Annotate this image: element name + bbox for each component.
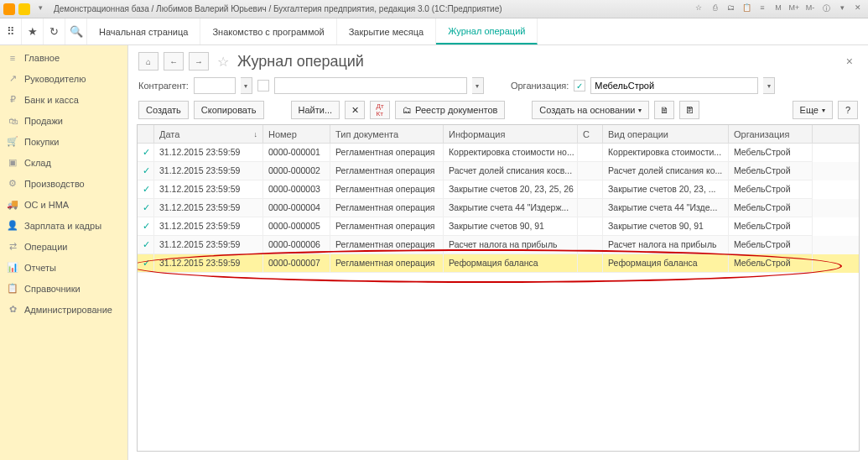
col-info[interactable]: Информация [444,125,578,143]
cancel-find-button[interactable]: ✕ [345,101,365,119]
sidebar-label: ОС и НМА [24,200,69,210]
col-c[interactable]: С [578,125,603,143]
page-title: Журнал операций [237,53,364,71]
cell-c [578,144,603,162]
col-date[interactable]: Дата↓ [154,125,263,143]
find-button[interactable]: Найти... [291,101,340,119]
create-basis-button[interactable]: Создать на основании▾ [532,101,649,119]
doc-button[interactable]: 🖹 [679,101,699,119]
col-optype[interactable]: Вид операции [603,125,729,143]
table-row[interactable]: ✓31.12.2015 23:59:590000-000005Регламент… [138,217,859,236]
star-icon[interactable]: ★ [22,18,44,44]
table-row[interactable]: ✓31.12.2015 23:59:590000-000002Регламент… [138,162,859,180]
cell-optype: Корректировка стоимости... [603,144,729,162]
favorite-icon[interactable]: ☆ [214,54,232,70]
forward-button[interactable]: → [189,52,209,71]
cell-number: 0000-000002 [263,162,330,180]
tb-btn[interactable]: 🗂 [724,3,737,15]
table-row[interactable]: ✓31.12.2015 23:59:590000-000001Регламент… [138,144,859,162]
help-button[interactable]: ? [838,101,858,119]
col-check[interactable] [138,125,154,143]
sidebar-item-12[interactable]: ✿Администрирование [0,299,127,320]
sidebar-item-5[interactable]: ▣Склад [0,152,127,173]
apps-icon[interactable]: ⠿ [0,18,22,44]
table-row[interactable]: ✓31.12.2015 23:59:590000-000007Регламент… [138,254,859,273]
sidebar-item-7[interactable]: 🚚ОС и НМА [0,194,127,215]
cell-optype: Закрытие счетов 90, 91 [603,217,729,236]
main-area: ⌂ ← → ☆ Журнал операций × Контрагент: ▾ … [127,45,868,460]
tb-btn[interactable]: ≡ [756,3,769,15]
info-icon[interactable]: ⓘ [819,3,833,15]
cell-c [578,162,603,180]
cell-c [578,254,603,273]
tb-btn[interactable]: ⎙ [708,3,721,15]
cell-doctype: Регламентная операция [330,199,444,217]
tab-start[interactable]: Начальная страница [87,18,200,44]
cell-optype: Расчет налога на прибыль [603,236,729,254]
ribbon: ⠿ ★ ↻ 🔍 Начальная страница Знакомство с … [0,18,868,45]
tab-intro[interactable]: Знакомство с программой [200,18,336,44]
sidebar-item-4[interactable]: 🛒Покупки [0,131,127,152]
col-org[interactable]: Организация [729,125,813,143]
mem-m[interactable]: M [772,3,785,15]
kontragent-checkbox[interactable] [257,80,269,91]
dropdown-icon[interactable]: ▾ [763,77,775,94]
cell-info: Реформация баланса [444,254,578,273]
sidebar-item-3[interactable]: 🛍Продажи [0,110,127,131]
sidebar-item-10[interactable]: 📊Отчеты [0,257,127,278]
back-button[interactable]: ← [164,52,184,71]
more-button[interactable]: Еще▾ [793,101,833,119]
sidebar-label: Администрирование [24,305,112,315]
close-icon[interactable]: ✕ [851,3,865,15]
history-icon[interactable]: ↻ [44,18,65,44]
close-page-button[interactable]: × [841,55,858,68]
mem-m-minus[interactable]: M- [803,3,817,15]
registry-button[interactable]: 🗂Реестр документов [395,101,505,119]
tab-journal[interactable]: Журнал операций [436,18,538,44]
col-doctype[interactable]: Тип документа [330,125,444,143]
titlebar-right: ☆ ⎙ 🗂 📋 ≡ M M+ M- ⓘ ▾ ✕ [692,3,865,15]
sidebar-label: Руководителю [24,74,86,84]
minimize-icon[interactable]: ▾ [835,3,849,15]
home-button[interactable]: ⌂ [138,52,159,71]
table-row[interactable]: ✓31.12.2015 23:59:590000-000004Регламент… [138,199,859,217]
row-status-icon: ✓ [138,162,154,180]
kontragent-input[interactable] [194,77,236,94]
grid-body[interactable]: ✓31.12.2015 23:59:590000-000001Регламент… [138,144,859,451]
cell-c [578,180,603,199]
window-titlebar: ▾ Демонстрационная база / Любимов Валери… [0,0,868,18]
copy-button[interactable]: Скопировать [194,101,264,119]
org-input[interactable] [590,77,758,94]
sidebar-item-8[interactable]: 👤Зарплата и кадры [0,215,127,236]
dkt-button[interactable]: ДтКт [370,101,390,119]
sidebar-label: Справочники [24,284,81,294]
page-header: ⌂ ← → ☆ Журнал операций × [128,45,868,76]
mem-m-plus[interactable]: M+ [787,3,801,15]
dropdown-icon[interactable]: ▾ [34,3,47,15]
sidebar-item-2[interactable]: ₽Банк и касса [0,89,127,110]
dropdown-icon[interactable]: ▾ [241,77,252,94]
tb-btn[interactable]: ☆ [692,3,705,15]
cell-doctype: Регламентная операция [330,236,444,254]
sidebar-icon: 📊 [7,262,18,273]
table-row[interactable]: ✓31.12.2015 23:59:590000-000006Регламент… [138,236,859,254]
col-number[interactable]: Номер [263,125,330,143]
dropdown-icon[interactable]: ▾ [472,77,484,94]
tab-close-month[interactable]: Закрытие месяца [337,18,437,44]
sidebar-item-0[interactable]: ≡Главное [0,47,127,68]
print-button[interactable]: 🗎 [654,101,674,119]
sidebar-item-6[interactable]: ⚙Производство [0,173,127,194]
create-button[interactable]: Создать [138,101,189,119]
sidebar-item-9[interactable]: ⇄Операции [0,236,127,257]
cell-number: 0000-000005 [263,217,330,236]
sidebar-icon: ⇄ [7,241,18,252]
filter-input[interactable] [274,77,467,94]
sidebar-icon: 🚚 [7,199,18,210]
sidebar-item-1[interactable]: ↗Руководителю [0,68,127,89]
search-icon[interactable]: 🔍 [65,18,87,44]
tb-btn[interactable]: 📋 [740,3,753,15]
sidebar-item-11[interactable]: 📋Справочники [0,278,127,299]
org-checkbox[interactable]: ✓ [574,80,585,91]
table-row[interactable]: ✓31.12.2015 23:59:590000-000003Регламент… [138,180,859,199]
sidebar: ≡Главное↗Руководителю₽Банк и касса🛍Прода… [0,45,127,460]
